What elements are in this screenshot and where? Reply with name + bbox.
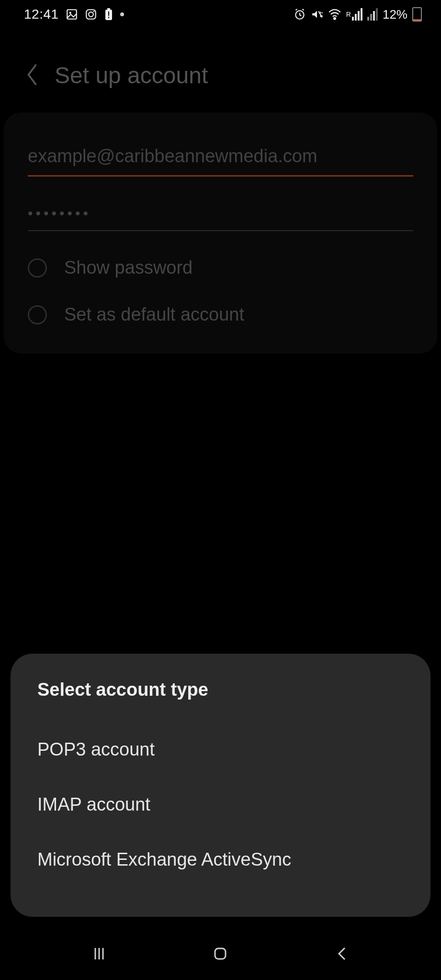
alarm-icon (294, 8, 306, 21)
back-nav-button[interactable] (323, 935, 361, 973)
svg-rect-8 (108, 17, 109, 18)
instagram-icon (85, 8, 97, 21)
app-header: Set up account (0, 29, 441, 112)
set-default-label: Set as default account (64, 304, 244, 325)
account-form-card: Show password Set as default account (4, 112, 437, 354)
sheet-title: Select account type (37, 679, 404, 700)
back-button[interactable] (24, 63, 40, 89)
wifi-icon (328, 8, 341, 21)
status-right-cluster: R 12% (294, 7, 422, 22)
vibrate-mute-icon (311, 8, 323, 21)
svg-point-1 (69, 12, 71, 14)
status-left-cluster: 12:41 (24, 7, 124, 22)
battery-percent-text: 12% (383, 7, 407, 22)
battery-icon (412, 7, 422, 22)
show-password-label: Show password (64, 257, 192, 278)
status-bar: 12:41 R (0, 0, 441, 29)
svg-rect-0 (67, 10, 77, 19)
password-field[interactable] (28, 200, 413, 231)
svg-point-3 (89, 12, 93, 17)
home-button[interactable] (201, 935, 239, 973)
image-icon (66, 8, 78, 21)
page-title: Set up account (55, 62, 208, 89)
signal-roaming-icon: R (346, 8, 362, 21)
option-imap[interactable]: IMAP account (37, 777, 404, 832)
show-password-checkbox[interactable] (28, 258, 47, 278)
svg-rect-7 (108, 11, 109, 16)
signal-bars-icon (367, 8, 378, 21)
option-exchange[interactable]: Microsoft Exchange ActiveSync (37, 832, 404, 887)
svg-point-11 (334, 18, 336, 20)
status-time: 12:41 (24, 7, 59, 22)
account-type-sheet: Select account type POP3 account IMAP ac… (11, 654, 430, 917)
battery-low-alert-icon (104, 8, 113, 21)
svg-point-4 (93, 11, 94, 12)
system-nav-bar (0, 927, 441, 980)
recents-button[interactable] (80, 935, 118, 973)
more-notifications-dot-icon (120, 12, 124, 16)
email-field[interactable] (28, 141, 413, 177)
set-default-checkbox[interactable] (28, 305, 47, 324)
svg-rect-6 (107, 8, 110, 10)
option-pop3[interactable]: POP3 account (37, 722, 404, 777)
svg-rect-15 (215, 948, 226, 959)
